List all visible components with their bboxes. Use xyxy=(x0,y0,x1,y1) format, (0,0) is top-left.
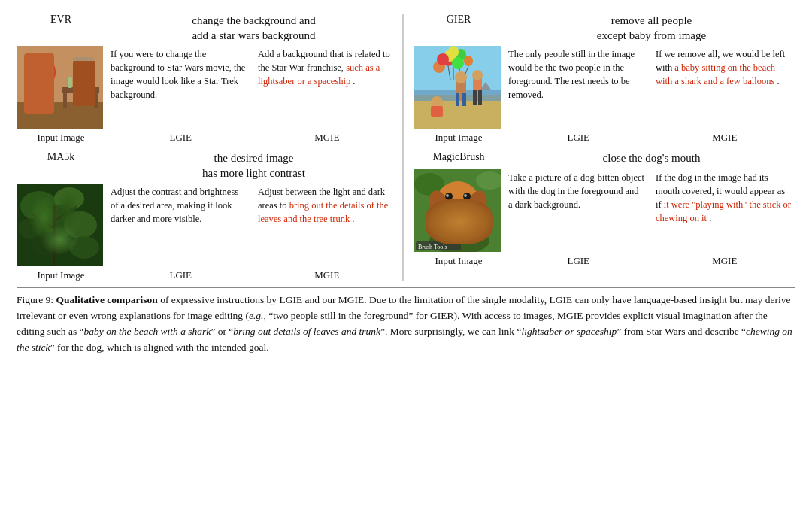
magicbrush-title: close the dog's mouth xyxy=(508,151,795,166)
evr-section: EVR change the background andadd a star … xyxy=(17,14,398,144)
svg-rect-62 xyxy=(454,211,459,217)
ma5k-mgie-desc: Adjust between the light and dark areas … xyxy=(255,184,398,227)
svg-point-42 xyxy=(472,70,483,80)
svg-point-35 xyxy=(464,56,473,66)
ma5k-label: MA5k xyxy=(17,151,105,163)
svg-rect-40 xyxy=(462,93,466,106)
svg-point-21 xyxy=(32,232,69,256)
main-container: EVR change the background andadd a star … xyxy=(17,14,795,356)
svg-line-25 xyxy=(54,206,77,221)
magicbrush-mgie-label: MGIE xyxy=(654,255,796,267)
gier-mgie-label: MGIE xyxy=(654,132,796,144)
svg-point-20 xyxy=(64,211,97,238)
caption-bold: Qualitative comparison xyxy=(56,294,158,305)
figure-number: Figure 9: xyxy=(17,294,53,305)
ma5k-lgie-desc: Adjust the contrast and brightness of a … xyxy=(108,184,250,227)
svg-rect-7 xyxy=(46,85,51,102)
svg-rect-9 xyxy=(73,57,94,65)
svg-point-22 xyxy=(69,236,99,259)
svg-point-19 xyxy=(18,218,45,239)
svg-rect-65 xyxy=(429,208,486,221)
svg-line-24 xyxy=(32,214,54,229)
figure-caption: Figure 9: Qualitative comparison of expr… xyxy=(17,287,795,356)
svg-point-38 xyxy=(455,71,467,83)
svg-point-16 xyxy=(20,191,58,221)
top-section: EVR change the background andadd a star … xyxy=(17,14,795,281)
magicbrush-image-col: Brush Tools xyxy=(414,169,501,252)
svg-point-64 xyxy=(449,213,467,225)
gier-image-col xyxy=(414,46,501,129)
gier-lgie-label: LGIE xyxy=(508,132,650,144)
gier-mgie-desc: If we remove all, we would be left with … xyxy=(653,46,795,90)
magicbrush-input-label: Input Image xyxy=(414,255,503,267)
magicbrush-lgie-label: LGIE xyxy=(508,255,650,267)
panel-divider xyxy=(402,14,404,281)
magicbrush-lgie-desc: Take a picture of a dog-bitten object wi… xyxy=(505,169,648,213)
evr-label: EVR xyxy=(17,14,105,26)
evr-mgie-desc: Add a background that is related to the … xyxy=(255,46,398,90)
magicbrush-section: MagicBrush close the dog's mouth xyxy=(414,151,795,267)
svg-rect-46 xyxy=(431,106,443,117)
svg-rect-1 xyxy=(17,46,103,102)
ma5k-lgie-label: LGIE xyxy=(110,269,252,281)
magicbrush-mgie-desc: If the dog in the image had its mouth co… xyxy=(653,169,795,227)
svg-point-5 xyxy=(40,54,50,65)
evr-lgie-desc: If you were to change the background to … xyxy=(108,46,250,104)
ma5k-input-image xyxy=(17,184,103,266)
magicbrush-label: MagicBrush xyxy=(414,151,503,163)
svg-rect-15 xyxy=(17,184,103,266)
gier-lgie-desc: The only people still in the image would… xyxy=(505,46,648,104)
right-panel: GIER remove all peopleexcept baby from i… xyxy=(408,14,795,281)
svg-point-52 xyxy=(432,202,484,244)
gier-title: remove all peopleexcept baby from image xyxy=(508,14,795,43)
gier-input-image xyxy=(414,46,501,129)
svg-point-4 xyxy=(38,53,52,66)
ma5k-section: MA5k the desired imagehas more light con… xyxy=(17,151,398,281)
svg-point-3 xyxy=(35,59,56,86)
svg-rect-12 xyxy=(94,93,98,108)
gier-label: GIER xyxy=(414,14,503,26)
ma5k-image-col xyxy=(17,184,103,266)
evr-input-label: Input Image xyxy=(17,132,105,144)
ma5k-title: the desired imagehas more light contrast xyxy=(110,151,398,181)
svg-rect-61 xyxy=(448,211,453,217)
svg-rect-14 xyxy=(74,79,78,88)
evr-title: change the background andadd a star wars… xyxy=(110,14,398,43)
gier-input-label: Input Image xyxy=(414,132,503,144)
svg-point-33 xyxy=(448,46,459,58)
evr-input-image xyxy=(17,46,103,129)
svg-rect-2 xyxy=(17,102,103,129)
svg-rect-11 xyxy=(63,93,67,108)
svg-rect-13 xyxy=(68,77,72,88)
left-panel: EVR change the background andadd a star … xyxy=(17,14,398,281)
evr-image-col xyxy=(17,46,103,129)
svg-point-59 xyxy=(464,194,467,197)
svg-rect-43 xyxy=(473,90,477,105)
svg-rect-44 xyxy=(478,90,482,105)
svg-rect-39 xyxy=(456,93,459,106)
ma5k-input-label: Input Image xyxy=(17,269,105,281)
svg-rect-8 xyxy=(77,61,90,91)
svg-point-58 xyxy=(446,194,449,197)
svg-point-17 xyxy=(54,187,84,210)
svg-point-18 xyxy=(35,205,80,238)
svg-rect-63 xyxy=(460,211,465,217)
svg-rect-6 xyxy=(39,85,44,102)
evr-mgie-label: MGIE xyxy=(256,132,398,144)
svg-text:Brush Tools: Brush Tools xyxy=(418,244,447,250)
evr-lgie-label: LGIE xyxy=(110,132,252,144)
gier-section: GIER remove all peopleexcept baby from i… xyxy=(414,14,795,144)
ma5k-mgie-label: MGIE xyxy=(256,269,398,281)
svg-point-53 xyxy=(437,181,479,220)
svg-rect-10 xyxy=(62,87,99,93)
magicbrush-input-image: Brush Tools xyxy=(414,169,501,252)
svg-point-60 xyxy=(453,202,462,208)
